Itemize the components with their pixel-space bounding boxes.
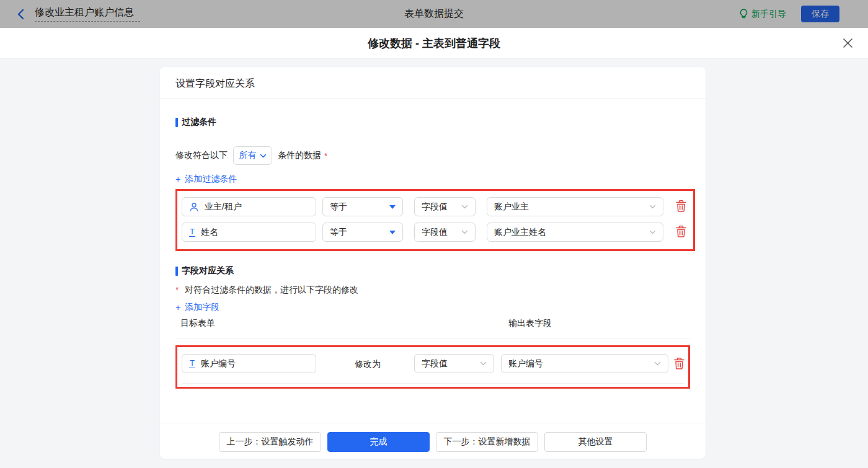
value-select[interactable]: 账户编号 — [501, 354, 668, 373]
delete-row-button[interactable] — [675, 225, 688, 239]
plus-icon: + — [175, 174, 180, 184]
value-value: 账户编号 — [508, 358, 543, 369]
text-field-icon: T — [189, 359, 195, 368]
delete-row-button[interactable] — [675, 200, 688, 213]
operator-select[interactable]: 等于 — [322, 197, 403, 216]
mapping-description-text: 对符合过滤条件的数据，进行以下字段的修改 — [185, 285, 358, 294]
filter-field-input[interactable]: 业主/租户 — [182, 197, 316, 216]
caret-down-icon — [389, 231, 396, 234]
column-header-output-field: 输出表字段 — [508, 318, 552, 329]
next-step-button[interactable]: 下一步：设置新增数据 — [436, 432, 538, 452]
match-mode-value: 所有 — [239, 150, 257, 161]
filter-field-value: 姓名 — [201, 227, 218, 238]
value-type-value: 字段值 — [422, 358, 448, 369]
page-title: 表单数据提交 — [0, 7, 868, 20]
section-accent-bar — [175, 267, 178, 276]
value-select[interactable]: 账户业主姓名 — [487, 223, 663, 242]
mapping-section-heading: 字段对应关系 — [175, 265, 234, 276]
topbar-right: 新手引导 保存 — [739, 6, 868, 22]
divider — [160, 423, 706, 423]
match-condition-row: 修改符合以下 所有 条件的数据 * — [175, 146, 327, 165]
value-type-select[interactable]: 字段值 — [414, 223, 476, 242]
guide-label: 新手引导 — [751, 9, 786, 20]
close-icon — [843, 38, 853, 48]
required-asterisk: * — [324, 151, 327, 161]
operator-select[interactable]: 等于 — [322, 223, 403, 242]
chevron-down-icon — [649, 205, 656, 209]
add-field-link[interactable]: + 添加字段 — [175, 302, 219, 313]
modal-header: 修改数据 - 主表到普通字段 — [0, 28, 868, 59]
chevron-down-icon — [461, 205, 468, 209]
plus-icon: + — [175, 302, 180, 312]
operator-value: 等于 — [330, 201, 347, 213]
chevron-down-icon — [480, 361, 487, 366]
match-mode-select[interactable]: 所有 — [233, 146, 272, 165]
mapping-row-annotation-box: T 账户编号 修改为 字段值 账户编号 — [175, 345, 690, 389]
text-field-icon: T — [189, 227, 195, 237]
chevron-down-icon — [654, 361, 661, 366]
lightbulb-icon — [739, 9, 748, 19]
trash-icon — [675, 225, 687, 238]
filter-section-heading: 过滤条件 — [175, 117, 216, 128]
target-field-value: 账户编号 — [201, 358, 236, 369]
match-suffix-label: 条件的数据 — [278, 150, 321, 161]
row-divider — [182, 383, 684, 384]
filter-heading-label: 过滤条件 — [182, 117, 216, 128]
close-button[interactable] — [843, 38, 853, 48]
value-type-select[interactable]: 字段值 — [414, 197, 476, 216]
value-type-value: 字段值 — [422, 201, 448, 213]
chevron-down-icon — [649, 230, 656, 234]
modify-to-label: 修改为 — [346, 359, 389, 370]
beginner-guide-button[interactable]: 新手引导 — [739, 9, 786, 20]
chevron-down-icon — [461, 230, 468, 234]
modal-title: 修改数据 - 主表到普通字段 — [368, 36, 500, 51]
prev-step-button[interactable]: 上一步：设置触发动作 — [219, 432, 321, 452]
value-type-value: 字段值 — [422, 227, 448, 238]
done-button[interactable]: 完成 — [327, 432, 430, 452]
filter-rows-annotation-box: 业主/租户 等于 字段值 账户业主 — [175, 189, 695, 251]
divider — [175, 338, 690, 338]
user-icon — [189, 202, 199, 212]
add-filter-label: 添加过滤条件 — [185, 174, 237, 185]
filter-field-value: 业主/租户 — [205, 201, 242, 213]
save-button[interactable]: 保存 — [801, 6, 839, 22]
footer-buttons: 上一步：设置触发动作 完成 下一步：设置新增数据 其他设置 — [160, 432, 706, 452]
section-accent-bar — [175, 118, 178, 127]
add-field-label: 添加字段 — [185, 302, 219, 313]
operator-value: 等于 — [330, 227, 347, 238]
delete-row-button[interactable] — [673, 357, 686, 371]
chevron-down-icon — [260, 154, 267, 158]
mapping-description: * 对符合过滤条件的数据，进行以下字段的修改 — [175, 285, 358, 296]
caret-down-icon — [389, 205, 396, 209]
filter-field-input[interactable]: T 姓名 — [182, 223, 316, 242]
column-header-target-form: 目标表单 — [180, 318, 215, 329]
trash-icon — [673, 357, 685, 370]
card-title: 设置字段对应关系 — [175, 77, 255, 91]
field-mapping-card: 设置字段对应关系 过滤条件 修改符合以下 所有 条件的数据 * + 添加过滤条件 — [160, 67, 706, 459]
match-prefix-label: 修改符合以下 — [175, 150, 228, 161]
value-type-select[interactable]: 字段值 — [414, 354, 494, 373]
add-filter-condition-link[interactable]: + 添加过滤条件 — [175, 174, 237, 185]
value-value: 账户业主 — [494, 201, 529, 213]
trash-icon — [675, 200, 687, 213]
value-select[interactable]: 账户业主 — [487, 197, 663, 216]
target-field-input[interactable]: T 账户编号 — [182, 354, 316, 373]
value-value: 账户业主姓名 — [494, 227, 546, 238]
required-asterisk: * — [175, 285, 179, 294]
mapping-heading-label: 字段对应关系 — [182, 265, 234, 276]
edit-data-modal: 修改数据 - 主表到普通字段 设置字段对应关系 过滤条件 修改符合以下 所有 条… — [0, 28, 868, 468]
topbar: 修改业主租户账户信息 表单数据提交 新手引导 保存 — [0, 0, 868, 28]
other-settings-button[interactable]: 其他设置 — [544, 432, 647, 452]
divider — [160, 98, 706, 99]
